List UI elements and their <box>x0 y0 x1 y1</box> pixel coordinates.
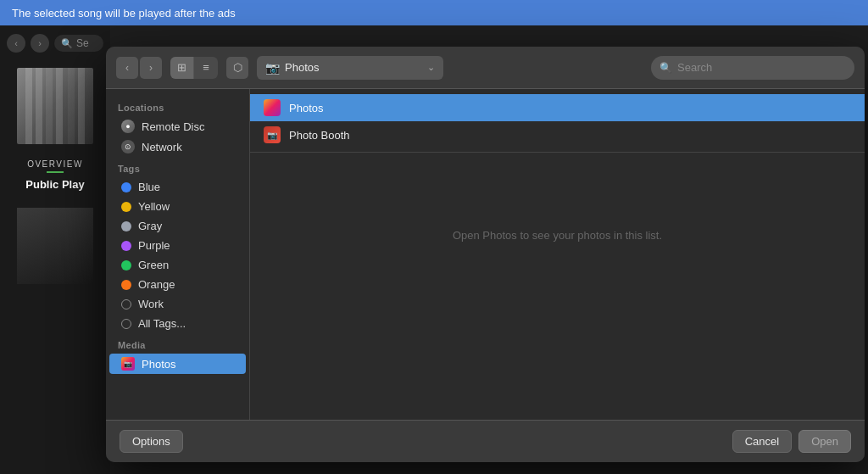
work-dot <box>121 299 131 309</box>
sidebar-item-green[interactable]: Green <box>109 255 246 275</box>
app-search-text: Se <box>76 37 89 49</box>
options-button[interactable]: Options <box>120 430 183 453</box>
toolbar-back-button[interactable]: ‹ <box>116 57 138 79</box>
back-arrow-icon: ‹ <box>125 62 129 74</box>
file-list: Photos 📷 Photo Booth <box>250 89 865 161</box>
share-button[interactable]: ⬡ <box>226 57 248 79</box>
finder-body: Locations ● Remote Disc ⊙ Network Tags B… <box>106 89 865 420</box>
toolbar-forward-button[interactable]: › <box>140 57 162 79</box>
sidebar-item-orange[interactable]: Orange <box>109 275 246 294</box>
album-art <box>17 68 93 144</box>
action-buttons: Cancel Open <box>732 430 851 453</box>
sidebar-item-work[interactable]: Work <box>109 294 246 314</box>
app-back-button[interactable]: ‹ <box>7 34 25 53</box>
blue-dot <box>121 182 131 192</box>
share-icon: ⬡ <box>233 61 242 74</box>
file-item-photo-booth[interactable]: 📷 Photo Booth <box>250 121 865 148</box>
forward-arrow-icon: › <box>149 62 153 74</box>
photo-booth-icon: 📷 <box>264 126 281 143</box>
file-list-divider <box>250 152 865 153</box>
yellow-label: Yellow <box>138 200 170 213</box>
search-magnifier-icon: 🔍 <box>659 62 672 74</box>
finder-main-content: Photos 📷 Photo Booth Open Photos to see … <box>250 89 865 420</box>
open-button[interactable]: Open <box>798 430 851 453</box>
all-tags-dot <box>121 319 131 329</box>
photos-camera-icon: 📷 <box>265 61 280 75</box>
network-label: Network <box>142 141 182 153</box>
work-label: Work <box>138 298 164 310</box>
cancel-button[interactable]: Cancel <box>732 430 792 453</box>
app-search-bar[interactable]: 🔍 Se <box>54 35 103 52</box>
green-label: Green <box>138 259 169 271</box>
green-dot <box>121 260 131 270</box>
sidebar-item-purple[interactable]: Purple <box>109 236 246 255</box>
notification-banner: The selected song will be played after t… <box>0 0 868 25</box>
search-input-container[interactable]: 🔍 Search <box>651 56 854 80</box>
locations-section-label: Locations <box>106 96 249 116</box>
remote-disc-icon: ● <box>121 120 135 133</box>
app-nav-bar: ‹ › 🔍 Se <box>0 25 110 61</box>
playlist-label: Public Play <box>0 178 110 191</box>
gray-label: Gray <box>138 220 162 232</box>
app-search-icon: 🔍 <box>61 38 73 49</box>
remote-disc-label: Remote Disc <box>142 120 204 133</box>
list-icon: ≡ <box>203 61 209 74</box>
album-thumbnail-inner <box>17 208 93 284</box>
tags-section-label: Tags <box>106 157 249 177</box>
file-item-photos[interactable]: Photos <box>250 94 865 121</box>
photos-sidebar-label: Photos <box>142 358 175 371</box>
all-tags-label: All Tags... <box>138 317 186 330</box>
photos-file-icon <box>264 99 281 116</box>
sidebar-item-all-tags[interactable]: All Tags... <box>109 314 246 333</box>
photo-booth-label: Photo Booth <box>289 129 350 142</box>
photos-sidebar-icon: 📷 <box>121 357 135 371</box>
sidebar-item-blue[interactable]: Blue <box>109 177 246 197</box>
search-placeholder-text: Search <box>677 61 712 74</box>
finder-dialog: ‹ › ⊞ ≡ ⬡ 📷 Photos ⌄ 🔍 <box>106 47 865 462</box>
orange-label: Orange <box>138 278 175 291</box>
sidebar-item-gray[interactable]: Gray <box>109 216 246 236</box>
purple-dot <box>121 241 131 251</box>
app-forward-button[interactable]: › <box>31 34 49 53</box>
sidebar-item-yellow[interactable]: Yellow <box>109 197 246 216</box>
blue-label: Blue <box>138 181 160 193</box>
orange-dot <box>121 280 131 290</box>
dropdown-arrow-icon: ⌄ <box>427 62 435 73</box>
photos-file-label: Photos <box>289 102 323 114</box>
overview-underline <box>47 171 64 173</box>
yellow-dot <box>121 202 131 212</box>
app-background: ‹ › 🔍 Se OVERVIEW Public Play <box>0 25 110 474</box>
view-buttons: ⊞ ≡ <box>170 57 218 79</box>
location-label-group: 📷 Photos <box>265 61 319 75</box>
list-view-button[interactable]: ≡ <box>194 57 218 79</box>
banner-text: The selected song will be played after t… <box>12 7 236 20</box>
gray-dot <box>121 221 131 231</box>
empty-message: Open Photos to see your photos in this l… <box>250 229 865 242</box>
purple-label: Purple <box>138 239 170 252</box>
grid-icon: ⊞ <box>177 61 186 74</box>
location-text: Photos <box>285 61 319 74</box>
location-dropdown[interactable]: 📷 Photos ⌄ <box>257 56 443 80</box>
sidebar-item-photos[interactable]: 📷 Photos <box>109 354 246 374</box>
media-section-label: Media <box>106 333 249 354</box>
grid-view-button[interactable]: ⊞ <box>170 57 194 79</box>
network-icon: ⊙ <box>121 140 135 153</box>
finder-bottom-bar: Options Cancel Open <box>106 420 865 462</box>
album-thumbnail <box>17 208 93 284</box>
overview-label: OVERVIEW <box>0 159 110 169</box>
finder-sidebar: Locations ● Remote Disc ⊙ Network Tags B… <box>106 89 250 420</box>
toolbar-nav: ‹ › <box>116 57 162 79</box>
sidebar-item-remote-disc[interactable]: ● Remote Disc <box>109 116 246 137</box>
sidebar-item-network[interactable]: ⊙ Network <box>109 137 246 157</box>
finder-toolbar: ‹ › ⊞ ≡ ⬡ 📷 Photos ⌄ 🔍 <box>106 47 865 89</box>
